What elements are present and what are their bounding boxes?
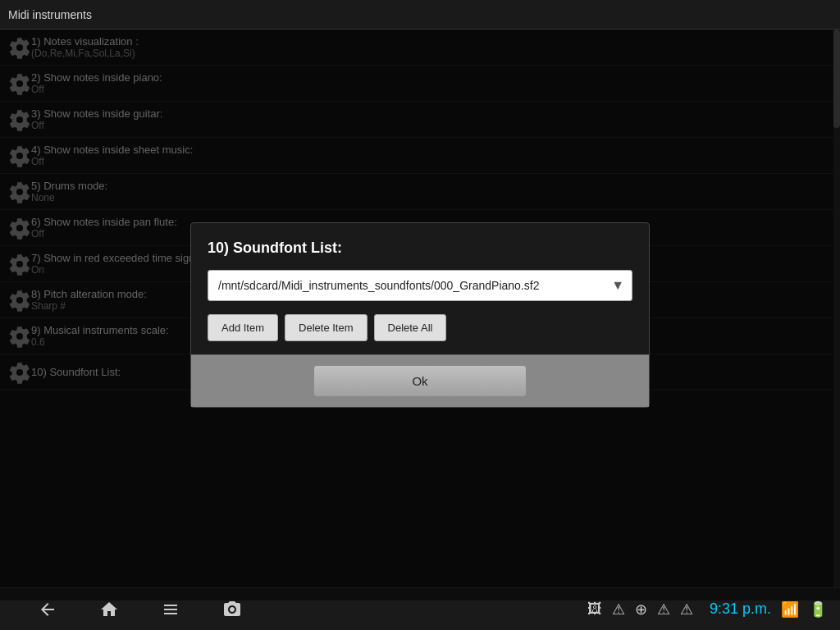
soundfont-dropdown[interactable]: /mnt/sdcard/Midi_instruments_soundfonts/… [208,270,632,301]
photo-icon: 🖼 [587,600,602,618]
add-item-button[interactable]: Add Item [208,314,278,341]
warning-icon-2: ⚠ [657,600,670,619]
app-title: Midi instruments [8,8,92,21]
location-icon: ⊕ [635,600,647,619]
dialog-overlay: 10) Soundfont List: /mnt/sdcard/Midi_ins… [0,30,840,600]
dropdown-wrapper[interactable]: /mnt/sdcard/Midi_instruments_soundfonts/… [208,270,632,301]
clock: 9:31 p.m. [710,600,771,618]
warning-icon-1: ⚠ [612,600,625,619]
nav-right: 🖼 ⚠ ⊕ ⚠ ⚠ 9:31 p.m. 📶 🔋 [587,600,840,619]
warning-icon-3: ⚠ [680,600,693,619]
dialog-footer: Ok [191,354,649,407]
wifi-icon: 📶 [781,600,799,619]
battery-icon: 🔋 [809,600,827,619]
dialog-title: 10) Soundfont List: [208,240,632,257]
title-bar: Midi instruments [0,0,840,30]
ok-button[interactable]: Ok [313,365,527,397]
delete-item-button[interactable]: Delete Item [285,314,367,341]
soundfont-dialog: 10) Soundfont List: /mnt/sdcard/Midi_ins… [190,222,650,408]
dialog-action-buttons: Add Item Delete Item Delete All [208,314,632,341]
delete-all-button[interactable]: Delete All [374,314,447,341]
